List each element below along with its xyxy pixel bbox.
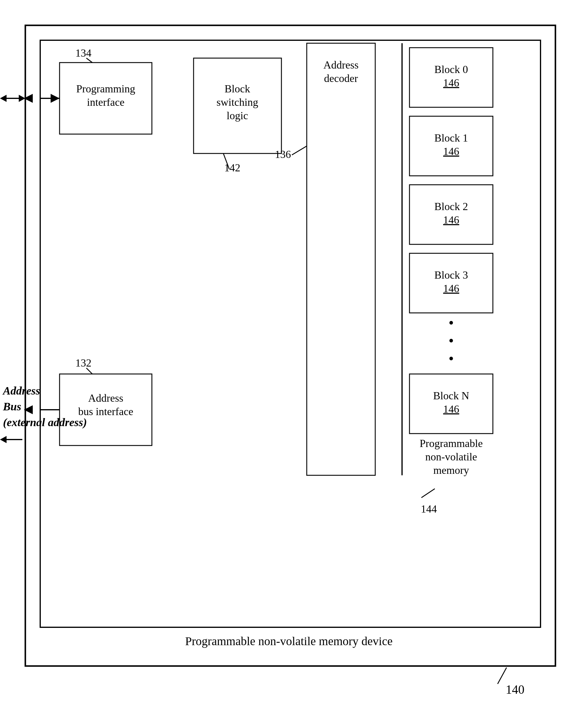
ref-136-label: 136 [275, 148, 291, 160]
block3-text: Block 3 [435, 269, 468, 281]
inner-device-label: Programmable non-volatile memory device [185, 634, 392, 648]
diagram-svg: Programmable non-volatile memory device … [24, 24, 560, 679]
ref-142-label: 142 [224, 162, 240, 174]
block-switch-text-1: Block [225, 83, 250, 95]
address-bus-ext-label: Address Bus (external address) [3, 383, 87, 431]
block1-ref: 146 [443, 146, 459, 157]
dot2: • [448, 332, 454, 349]
pnv-label-3: memory [433, 464, 469, 476]
block3-ref: 146 [443, 283, 459, 294]
block0-ref: 146 [443, 77, 459, 89]
addr-decoder-text-2: decoder [324, 72, 358, 84]
block-switch-text-3: logic [227, 110, 248, 122]
ref-132-label: 132 [75, 357, 91, 369]
outer-ref-tick [489, 668, 512, 685]
ref-144-label: 144 [421, 503, 437, 515]
block1-text: Block 1 [435, 132, 468, 144]
svg-marker-14 [0, 436, 6, 443]
blockn-text: Block N [433, 390, 469, 402]
addr-bus-ext-arrow [0, 434, 27, 445]
block0-text: Block 0 [435, 63, 468, 75]
block2-ref: 146 [443, 214, 459, 226]
svg-line-15 [498, 668, 506, 684]
address-bus-line3: (external address) [3, 415, 87, 430]
svg-marker-11 [0, 95, 6, 102]
prog-ext-arrow [0, 24, 27, 125]
addr-decoder-rect [307, 43, 375, 475]
dot3: • [448, 350, 454, 367]
addr-bus-text-1: Address [88, 392, 123, 404]
dot1: • [448, 314, 454, 331]
blockn-ref: 146 [443, 403, 459, 415]
block2-text: Block 2 [435, 201, 468, 212]
pnv-label-2: non-volatile [425, 451, 477, 463]
pnv-label-1: Programmable [420, 438, 483, 449]
prog-interface-text-1: Programming [76, 83, 135, 95]
address-bus-line1: Address [3, 383, 87, 399]
address-bus-line2: Bus [3, 399, 87, 415]
prog-interface-text-2: interface [87, 96, 124, 108]
svg-marker-12 [19, 95, 25, 102]
addr-decoder-text-1: Address [324, 59, 359, 71]
ref-134-label: 134 [75, 47, 91, 59]
block-switch-text-2: switching [217, 96, 258, 108]
